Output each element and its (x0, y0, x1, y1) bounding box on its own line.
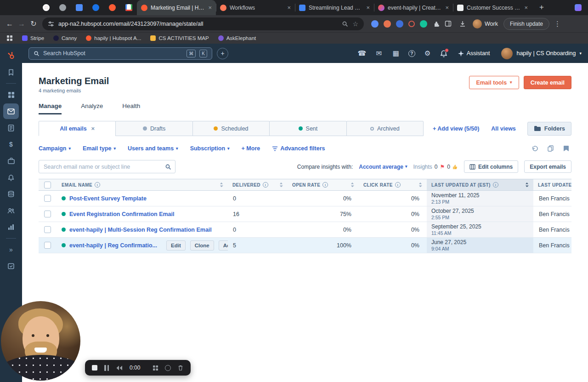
crm-nav-icon[interactable] (3, 120, 19, 136)
tasks-nav-icon[interactable] (3, 258, 19, 274)
new-tab-button[interactable]: + (536, 1, 548, 13)
address-bar[interactable]: app-na2.hubspot.com/email/243123097/mana… (42, 17, 364, 30)
header-open-rate[interactable]: OPEN RATE i (288, 179, 359, 190)
row-checkbox[interactable] (44, 242, 51, 249)
info-icon[interactable]: i (263, 182, 268, 188)
forward-icon[interactable]: → (16, 18, 28, 30)
close-tab-icon[interactable]: × (524, 4, 528, 11)
more-filters-link[interactable]: + More (242, 145, 260, 152)
table-row[interactable]: event-hapily | Multi-Session Reg Confirm… (39, 222, 571, 238)
automation-nav-icon[interactable] (3, 170, 19, 185)
info-icon[interactable]: i (95, 182, 100, 188)
workspaces-nav-icon[interactable] (3, 87, 19, 103)
pinned-tab-hapily[interactable] (104, 0, 120, 15)
pinned-tab-gmail[interactable] (120, 0, 137, 15)
sort-icon[interactable] (525, 182, 529, 188)
email-search-input[interactable] (39, 160, 175, 173)
service-nav-icon[interactable] (3, 153, 19, 169)
webcam-overlay[interactable] (1, 301, 80, 381)
select-all-checkbox[interactable] (44, 182, 51, 188)
extensions-puzzle-icon[interactable] (432, 20, 440, 28)
account-menu[interactable]: hapily | CS Onboarding ▾ (501, 48, 582, 59)
filter-campaign[interactable]: Campaign▾ (39, 145, 71, 152)
calendar-icon[interactable]: ▦ (391, 49, 401, 58)
tab-event-hapily[interactable]: event-hapily | Create... × (374, 0, 453, 15)
tab-customer-success[interactable]: Customer Success - Cre... × (453, 0, 532, 15)
settings-gear-icon[interactable]: ⚙ (423, 49, 432, 58)
downloads-icon[interactable] (459, 20, 466, 28)
bookmarks-nav-icon[interactable] (3, 64, 19, 80)
marketing-email-nav-icon[interactable] (3, 103, 19, 119)
table-row[interactable]: Event Registration Confirmation Email 16… (39, 206, 571, 222)
close-tab-icon[interactable]: × (445, 4, 449, 11)
assistant-button[interactable]: Assistant (458, 50, 490, 57)
search-icon[interactable] (342, 21, 348, 27)
pinned-tab-app2[interactable] (71, 0, 87, 15)
copy-icon[interactable] (545, 143, 556, 154)
folders-button[interactable]: Folders (527, 122, 571, 136)
expand-sidebar-icon[interactable]: » (3, 242, 19, 257)
close-tab-icon[interactable]: × (366, 4, 370, 11)
header-last-updated-by[interactable]: LAST UPDATED (533, 179, 571, 190)
view-tab-archived[interactable]: Archived (346, 121, 424, 136)
notifications-bell[interactable] (440, 50, 447, 57)
sort-icon[interactable] (418, 182, 422, 188)
url-text[interactable]: app-na2.hubspot.com/email/243123097/mana… (58, 21, 338, 27)
browser-corner-icon[interactable] (575, 4, 582, 11)
tab-analyze[interactable]: Analyze (81, 103, 103, 114)
pinned-tab-app1[interactable] (54, 0, 71, 15)
email-tools-button[interactable]: Email tools▾ (469, 76, 519, 89)
reload-icon[interactable]: ↻ (28, 18, 40, 30)
compare-insights-select[interactable]: Account average▾ (359, 164, 407, 170)
clone-button[interactable]: Clone (190, 240, 214, 251)
hubspot-search-input[interactable]: Search HubSpot ⌘ K (28, 47, 212, 60)
email-name-link[interactable]: event-hapily | Reg Confirmatio... (69, 242, 157, 249)
stop-recording-button[interactable] (92, 365, 97, 371)
pinned-tab-app3[interactable] (87, 0, 104, 15)
filter-email-type[interactable]: Email type▾ (83, 145, 116, 152)
flag-icon[interactable]: ⚑ (440, 164, 445, 170)
close-tab-icon[interactable]: × (208, 4, 212, 11)
edit-button[interactable]: Edit (166, 240, 186, 251)
view-tab-drafts[interactable]: Drafts (115, 121, 192, 136)
export-emails-button[interactable]: Export emails (524, 160, 571, 173)
quick-create-button[interactable]: + (217, 48, 228, 59)
bookmark-canny[interactable]: Canny (53, 35, 77, 41)
extension-icon[interactable] (384, 20, 391, 28)
site-settings-icon[interactable] (48, 21, 54, 27)
email-name-link[interactable]: Event Registration Confirmation Email (69, 211, 175, 217)
contacts-nav-icon[interactable] (3, 203, 19, 218)
help-icon[interactable]: ? (408, 50, 415, 57)
all-views-link[interactable]: All views (491, 125, 516, 132)
recording-extension-icon[interactable] (408, 21, 415, 27)
pause-recording-button[interactable] (104, 365, 109, 371)
grammarly-icon[interactable] (420, 20, 427, 28)
side-panel-icon[interactable] (445, 20, 452, 27)
extension-icon[interactable] (396, 20, 403, 28)
row-checkbox[interactable] (44, 226, 51, 233)
bookmark-stripe[interactable]: Stripe (22, 35, 44, 41)
back-icon[interactable]: ← (4, 18, 16, 30)
tab-health[interactable]: Health (122, 103, 140, 114)
extension-icon[interactable] (371, 20, 379, 28)
email-name-link[interactable]: event-hapily | Multi-Session Reg Confirm… (69, 227, 212, 233)
finish-update-button[interactable]: Finish update (503, 18, 549, 30)
pinned-tab-record[interactable] (38, 0, 54, 15)
effects-grid-icon[interactable] (153, 365, 158, 371)
data-nav-icon[interactable] (3, 186, 19, 202)
browser-menu-icon[interactable]: ⋮ (554, 20, 561, 28)
trash-icon[interactable] (177, 365, 184, 371)
bookmark-askelephant[interactable]: AskElephant (218, 35, 256, 41)
info-icon[interactable]: i (322, 182, 328, 188)
close-tab-icon[interactable]: × (287, 4, 291, 11)
create-email-button[interactable]: Create email (524, 76, 571, 89)
header-email-name[interactable]: EMAIL NAME i (57, 179, 228, 190)
header-delivered[interactable]: DELIVERED i (228, 179, 288, 190)
undo-icon[interactable] (529, 143, 540, 154)
row-checkbox[interactable] (44, 195, 51, 202)
filter-users-teams[interactable]: Users and teams▾ (128, 145, 178, 152)
thumbs-up-icon[interactable] (452, 164, 458, 170)
bookmark-hapily[interactable]: hapily | Hubspot A... (86, 35, 141, 41)
restart-recording-icon[interactable] (116, 365, 123, 371)
info-icon[interactable]: i (395, 182, 401, 188)
